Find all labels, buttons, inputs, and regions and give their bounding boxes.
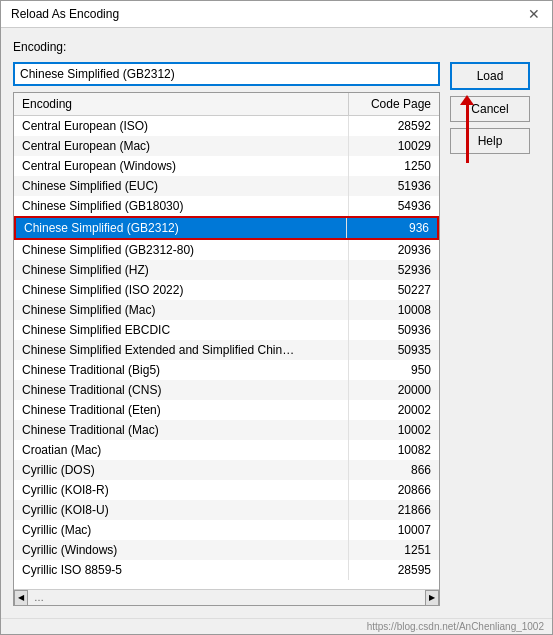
right-panel: Load Cancel Help xyxy=(450,40,540,606)
encoding-cell: Cyrillic (KOI8-R) xyxy=(14,480,349,500)
table-row[interactable]: Cyrillic ISO 8859-528595 xyxy=(14,560,439,580)
dialog-title: Reload As Encoding xyxy=(11,7,119,21)
table-row[interactable]: Cyrillic (Mac)10007 xyxy=(14,520,439,540)
encoding-cell: Chinese Simplified (GB18030) xyxy=(14,196,349,216)
table-row[interactable]: Chinese Traditional (CNS)20000 xyxy=(14,380,439,400)
col-encoding-header: Encoding xyxy=(14,93,349,115)
url-bar: https://blog.csdn.net/AnChenliang_1002 xyxy=(1,618,552,634)
encoding-cell: Central European (ISO) xyxy=(14,116,349,136)
title-bar: Reload As Encoding ✕ xyxy=(1,1,552,28)
codepage-cell: 1251 xyxy=(349,540,439,560)
codepage-cell: 28592 xyxy=(349,116,439,136)
table-row[interactable]: Chinese Simplified (EUC)51936 xyxy=(14,176,439,196)
codepage-cell: 10008 xyxy=(349,300,439,320)
table-row[interactable]: Chinese Simplified (GB2312-80)20936 xyxy=(14,240,439,260)
encoding-cell: Cyrillic (Mac) xyxy=(14,520,349,540)
table-row[interactable]: Chinese Simplified (ISO 2022)50227 xyxy=(14,280,439,300)
scroll-dots: … xyxy=(28,592,50,603)
table-row[interactable]: Central European (Mac)10029 xyxy=(14,136,439,156)
table-row[interactable]: Chinese Traditional (Big5)950 xyxy=(14,360,439,380)
table-row[interactable]: Chinese Simplified (Mac)10008 xyxy=(14,300,439,320)
table-row[interactable]: Chinese Simplified (HZ)52936 xyxy=(14,260,439,280)
scroll-right-arrow[interactable]: ▶ xyxy=(425,590,439,606)
codepage-cell: 20936 xyxy=(349,240,439,260)
table-body-wrapper: Central European (ISO)28592Central Europ… xyxy=(14,116,439,589)
table-header: Encoding Code Page xyxy=(14,93,439,116)
arrow-line xyxy=(466,103,469,163)
encoding-cell: Chinese Traditional (Mac) xyxy=(14,420,349,440)
table-row[interactable]: Chinese Simplified EBCDIC50936 xyxy=(14,320,439,340)
codepage-cell: 54936 xyxy=(349,196,439,216)
encoding-table: Encoding Code Page Central European (ISO… xyxy=(13,92,440,606)
encoding-cell: Chinese Traditional (Eten) xyxy=(14,400,349,420)
encoding-cell: Chinese Simplified (GB2312) xyxy=(16,218,347,238)
codepage-cell: 51936 xyxy=(349,176,439,196)
encoding-input[interactable] xyxy=(13,62,440,86)
encoding-cell: Cyrillic (KOI8-U) xyxy=(14,500,349,520)
codepage-cell: 10002 xyxy=(349,420,439,440)
codepage-cell: 10082 xyxy=(349,440,439,460)
table-row[interactable]: Chinese Simplified Extended and Simplifi… xyxy=(14,340,439,360)
codepage-cell: 950 xyxy=(349,360,439,380)
codepage-cell: 936 xyxy=(347,218,437,238)
codepage-cell: 10029 xyxy=(349,136,439,156)
codepage-cell: 52936 xyxy=(349,260,439,280)
reload-as-encoding-dialog: Reload As Encoding ✕ Encoding: Encoding … xyxy=(0,0,553,635)
encoding-cell: Cyrillic (DOS) xyxy=(14,460,349,480)
codepage-cell: 50936 xyxy=(349,320,439,340)
table-row[interactable]: Chinese Simplified (GB2312)936 xyxy=(14,216,439,240)
encoding-cell: Croatian (Mac) xyxy=(14,440,349,460)
encoding-cell: Chinese Traditional (Big5) xyxy=(14,360,349,380)
table-row[interactable]: Chinese Traditional (Mac)10002 xyxy=(14,420,439,440)
table-row[interactable]: Chinese Traditional (Eten)20002 xyxy=(14,400,439,420)
codepage-cell: 20866 xyxy=(349,480,439,500)
codepage-cell: 50227 xyxy=(349,280,439,300)
codepage-cell: 28595 xyxy=(349,560,439,580)
codepage-cell: 20002 xyxy=(349,400,439,420)
arrow-indicator xyxy=(460,95,474,163)
codepage-cell: 21866 xyxy=(349,500,439,520)
encoding-cell: Chinese Simplified (GB2312-80) xyxy=(14,240,349,260)
encoding-cell: Central European (Windows) xyxy=(14,156,349,176)
dialog-body: Encoding: Encoding Code Page Central Eur… xyxy=(1,28,552,618)
codepage-cell: 20000 xyxy=(349,380,439,400)
encoding-cell: Cyrillic (Windows) xyxy=(14,540,349,560)
h-scroll-track[interactable] xyxy=(50,590,425,606)
codepage-cell: 866 xyxy=(349,460,439,480)
table-row[interactable]: Croatian (Mac)10082 xyxy=(14,440,439,460)
codepage-cell: 50935 xyxy=(349,340,439,360)
load-button[interactable]: Load xyxy=(450,62,530,90)
table-body[interactable]: Central European (ISO)28592Central Europ… xyxy=(14,116,439,589)
encoding-cell: Chinese Simplified (EUC) xyxy=(14,176,349,196)
left-panel: Encoding: Encoding Code Page Central Eur… xyxy=(13,40,440,606)
horizontal-scrollbar[interactable]: ◀ … ▶ xyxy=(14,589,439,605)
encoding-label: Encoding: xyxy=(13,40,440,54)
table-row[interactable]: Cyrillic (Windows)1251 xyxy=(14,540,439,560)
table-row[interactable]: Cyrillic (DOS)866 xyxy=(14,460,439,480)
encoding-cell: Chinese Simplified (ISO 2022) xyxy=(14,280,349,300)
encoding-cell: Chinese Simplified Extended and Simplifi… xyxy=(14,340,349,360)
encoding-cell: Cyrillic ISO 8859-5 xyxy=(14,560,349,580)
table-row[interactable]: Central European (ISO)28592 xyxy=(14,116,439,136)
encoding-cell: Chinese Simplified (Mac) xyxy=(14,300,349,320)
encoding-cell: Chinese Simplified (HZ) xyxy=(14,260,349,280)
table-row[interactable]: Chinese Simplified (GB18030)54936 xyxy=(14,196,439,216)
scroll-left-arrow[interactable]: ◀ xyxy=(14,590,28,606)
close-button[interactable]: ✕ xyxy=(526,7,542,21)
codepage-cell: 10007 xyxy=(349,520,439,540)
codepage-cell: 1250 xyxy=(349,156,439,176)
encoding-cell: Chinese Traditional (CNS) xyxy=(14,380,349,400)
table-row[interactable]: Cyrillic (KOI8-R)20866 xyxy=(14,480,439,500)
encoding-cell: Central European (Mac) xyxy=(14,136,349,156)
col-codepage-header: Code Page xyxy=(349,93,439,115)
table-row[interactable]: Cyrillic (KOI8-U)21866 xyxy=(14,500,439,520)
encoding-cell: Chinese Simplified EBCDIC xyxy=(14,320,349,340)
table-row[interactable]: Central European (Windows)1250 xyxy=(14,156,439,176)
